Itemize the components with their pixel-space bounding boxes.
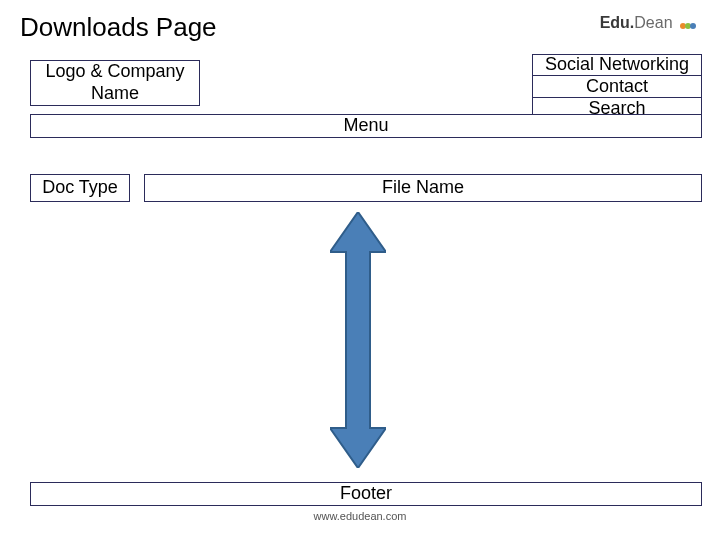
brand-dots-icon	[681, 15, 696, 33]
double-arrow-icon	[330, 212, 386, 468]
footer-url: www.edudean.com	[0, 510, 720, 522]
brand-text-2: Dean	[634, 14, 672, 31]
footer-box: Footer	[30, 482, 702, 506]
page-title: Downloads Page	[20, 12, 217, 43]
brand-logo: Edu.Dean	[600, 14, 696, 33]
brand-text-1: Edu.	[600, 14, 635, 31]
svg-marker-0	[330, 212, 386, 468]
menu-box: Menu	[30, 114, 702, 138]
file-name-box: File Name	[144, 174, 702, 202]
logo-company-box: Logo & Company Name	[30, 60, 200, 106]
doc-type-box: Doc Type	[30, 174, 130, 202]
social-networking-box: Social Networking	[532, 54, 702, 76]
contact-box: Contact	[532, 76, 702, 98]
